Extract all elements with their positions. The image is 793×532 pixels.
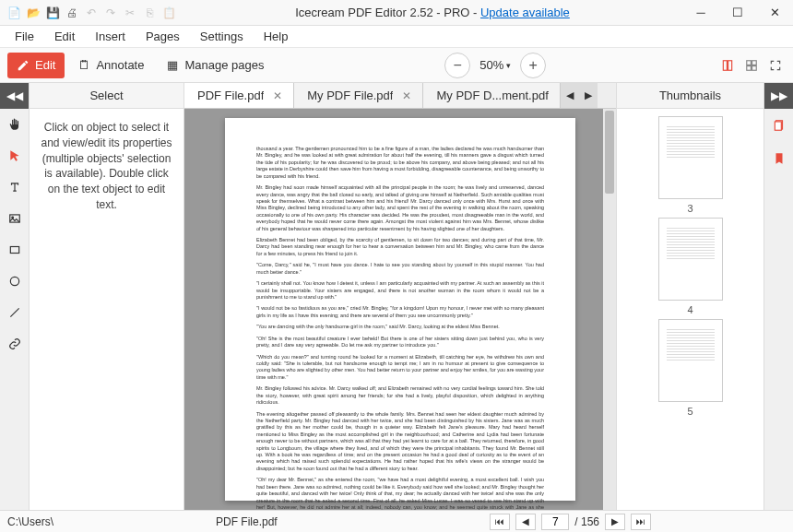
svg-rect-3 bbox=[752, 60, 757, 65]
last-page-button[interactable]: ⏭ bbox=[631, 514, 651, 530]
thumbnail-page[interactable] bbox=[658, 218, 723, 301]
qat-open-icon[interactable]: 📂 bbox=[25, 5, 41, 21]
annotate-button[interactable]: 🗒 Annotate bbox=[68, 53, 153, 78]
qat-copy-icon[interactable]: ⎘ bbox=[141, 5, 158, 21]
bookmarks-icon[interactable] bbox=[764, 142, 794, 175]
close-button[interactable]: ✕ bbox=[756, 0, 793, 26]
thumbnail-number: 5 bbox=[687, 406, 692, 417]
qat-save-icon[interactable]: 💾 bbox=[44, 5, 61, 21]
titlebar: 📄 📂 💾 🖨 ↶ ↷ ✂ ⎘ 📋 Icecream PDF Editor 2.… bbox=[0, 0, 793, 26]
toolbar: Edit 🗒 Annotate ▦ Manage pages − 50%▾ + bbox=[0, 48, 793, 83]
zoom-level[interactable]: 50%▾ bbox=[474, 58, 516, 72]
menu-pages[interactable]: Pages bbox=[136, 27, 189, 46]
tab-1[interactable]: My PDF File.pdf✕ bbox=[294, 83, 423, 108]
zoom-out-button[interactable]: − bbox=[444, 53, 470, 78]
update-link[interactable]: Update available bbox=[480, 6, 570, 19]
menu-help[interactable]: Help bbox=[254, 27, 298, 46]
chevron-down-icon: ▾ bbox=[506, 61, 511, 70]
image-tool[interactable] bbox=[0, 203, 30, 234]
svg-line-10 bbox=[10, 308, 18, 316]
svg-rect-12 bbox=[775, 122, 781, 130]
close-icon[interactable]: ✕ bbox=[402, 89, 411, 102]
select-tool[interactable] bbox=[0, 140, 30, 171]
text-tool[interactable] bbox=[0, 171, 30, 203]
svg-point-9 bbox=[10, 277, 18, 285]
line-tool[interactable] bbox=[0, 297, 30, 328]
collapse-left-icon[interactable]: ◀◀ bbox=[0, 83, 29, 109]
thumbnails-panel: Thumbnails 3 4 5 bbox=[616, 83, 763, 510]
svg-rect-4 bbox=[747, 65, 752, 70]
page-viewport[interactable]: thousand a year. The gentlemen pronounce… bbox=[184, 109, 616, 510]
svg-rect-2 bbox=[747, 60, 752, 65]
svg-rect-0 bbox=[723, 60, 727, 70]
hand-tool[interactable] bbox=[0, 109, 30, 140]
page-number-input[interactable] bbox=[541, 514, 569, 530]
tab-0[interactable]: PDF File.pdf✕ bbox=[184, 83, 294, 108]
svg-rect-8 bbox=[10, 247, 18, 254]
zoom-in-button[interactable]: + bbox=[520, 53, 546, 78]
thumbnail-page[interactable] bbox=[658, 319, 723, 402]
view-continuous-icon[interactable] bbox=[741, 55, 762, 76]
scrollbar-thumb[interactable] bbox=[605, 111, 614, 194]
menu-file[interactable]: File bbox=[6, 27, 43, 46]
link-tool[interactable] bbox=[0, 328, 30, 360]
qat-print-icon[interactable]: 🖨 bbox=[64, 5, 80, 21]
pdf-page[interactable]: thousand a year. The gentlemen pronounce… bbox=[225, 118, 575, 501]
properties-title: Select bbox=[30, 83, 183, 109]
next-page-button[interactable]: ▶ bbox=[605, 514, 625, 530]
first-page-button[interactable]: ⏮ bbox=[490, 514, 510, 530]
qat-undo-icon[interactable]: ↶ bbox=[83, 5, 100, 21]
tab-scroll-left[interactable]: ◀ bbox=[561, 83, 579, 108]
edit-mode-button[interactable]: Edit bbox=[7, 53, 65, 78]
menu-edit[interactable]: Edit bbox=[45, 27, 84, 46]
window-title: Icecream PDF Editor 2.52 - PRO - Update … bbox=[183, 6, 682, 19]
qat-paste-icon[interactable]: 📋 bbox=[160, 5, 177, 21]
maximize-button[interactable]: ☐ bbox=[719, 0, 756, 26]
left-tool-strip: ◀◀ bbox=[0, 83, 30, 510]
pages-panel-icon[interactable] bbox=[764, 109, 794, 142]
close-icon[interactable]: ✕ bbox=[273, 89, 282, 102]
pencil-icon bbox=[17, 59, 30, 72]
tab-2[interactable]: My PDF D...ment.pdf bbox=[423, 83, 560, 108]
minimize-button[interactable]: ─ bbox=[682, 0, 719, 26]
page-total: / 156 bbox=[574, 515, 599, 528]
thumbnail-number: 4 bbox=[687, 304, 692, 315]
svg-rect-5 bbox=[752, 65, 757, 70]
thumbnail-number: 3 bbox=[687, 203, 692, 214]
menu-insert[interactable]: Insert bbox=[86, 27, 135, 46]
properties-panel: Select Click on object to select it and … bbox=[30, 83, 184, 510]
qat-cut-icon[interactable]: ✂ bbox=[122, 5, 138, 21]
note-icon: 🗒 bbox=[77, 59, 90, 72]
properties-help-text: Click on object to select it and view/ed… bbox=[30, 109, 183, 224]
prev-page-button[interactable]: ◀ bbox=[515, 514, 536, 530]
view-single-icon[interactable] bbox=[717, 55, 738, 76]
thumbnails-title: Thumbnails bbox=[617, 83, 763, 109]
qat-redo-icon[interactable]: ↷ bbox=[102, 5, 119, 21]
menu-settings[interactable]: Settings bbox=[191, 27, 253, 46]
document-tabs: PDF File.pdf✕ My PDF File.pdf✕ My PDF D.… bbox=[184, 83, 616, 109]
rect-tool[interactable] bbox=[0, 234, 30, 266]
qat-new-icon[interactable]: 📄 bbox=[6, 5, 22, 21]
right-tool-strip: ▶▶ bbox=[763, 83, 793, 510]
collapse-right-icon[interactable]: ▶▶ bbox=[764, 83, 793, 109]
manage-pages-button[interactable]: ▦ Manage pages bbox=[157, 53, 273, 78]
status-bar: C:\Users\ PDF File.pdf ⏮ ◀ / 156 ▶ ⏭ bbox=[0, 510, 793, 532]
tab-scroll-right[interactable]: ▶ bbox=[579, 83, 598, 108]
fullscreen-icon[interactable] bbox=[765, 55, 786, 76]
grid-icon: ▦ bbox=[166, 59, 179, 72]
file-name: PDF File.pdf bbox=[216, 515, 484, 528]
file-path: C:\Users\ bbox=[7, 515, 210, 528]
svg-rect-1 bbox=[728, 60, 732, 70]
vertical-scrollbar[interactable] bbox=[603, 109, 616, 510]
circle-tool[interactable] bbox=[0, 266, 30, 297]
menubar: File Edit Insert Pages Settings Help bbox=[0, 26, 793, 48]
thumbnail-page[interactable] bbox=[658, 116, 723, 199]
